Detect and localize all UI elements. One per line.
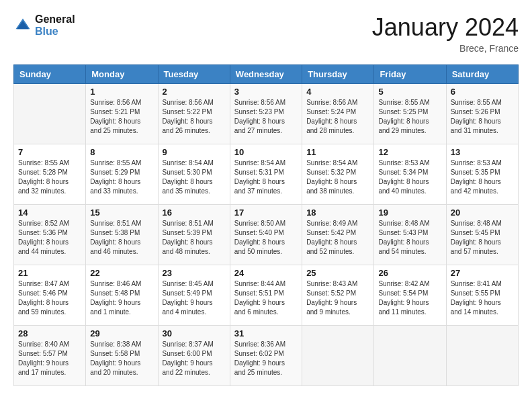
calendar-cell: 1Sunrise: 8:56 AMSunset: 5:21 PMDaylight… — [86, 84, 158, 144]
calendar-week-4: 21Sunrise: 8:47 AMSunset: 5:46 PMDayligh… — [14, 265, 519, 326]
logo-icon — [13, 16, 32, 35]
date-number: 29 — [90, 328, 153, 338]
calendar-cell: 19Sunrise: 8:48 AMSunset: 5:43 PMDayligh… — [374, 205, 446, 265]
location: Brece, France — [372, 43, 519, 54]
cell-info: Sunrise: 8:40 AMSunset: 5:57 PMDaylight:… — [18, 340, 81, 377]
calendar-cell: 11Sunrise: 8:54 AMSunset: 5:32 PMDayligh… — [302, 144, 374, 205]
cell-info: Sunrise: 8:54 AMSunset: 5:32 PMDaylight:… — [306, 158, 369, 196]
cell-info: Sunrise: 8:54 AMSunset: 5:30 PMDaylight:… — [163, 158, 226, 196]
cell-info: Sunrise: 8:55 AMSunset: 5:28 PMDaylight:… — [18, 158, 81, 196]
cell-info: Sunrise: 8:56 AMSunset: 5:24 PMDaylight:… — [306, 98, 369, 136]
date-number: 19 — [378, 208, 441, 218]
date-number: 23 — [163, 268, 226, 278]
logo: General Blue — [13, 13, 75, 38]
weekday-header-thursday: Thursday — [302, 65, 374, 84]
cell-info: Sunrise: 8:41 AMSunset: 5:55 PMDaylight:… — [451, 279, 514, 317]
date-number: 28 — [18, 328, 81, 338]
cell-info: Sunrise: 8:47 AMSunset: 5:46 PMDaylight:… — [18, 279, 81, 317]
calendar-cell: 4Sunrise: 8:56 AMSunset: 5:24 PMDaylight… — [302, 84, 374, 144]
date-number: 5 — [378, 87, 441, 97]
calendar-cell: 28Sunrise: 8:40 AMSunset: 5:57 PMDayligh… — [14, 326, 86, 386]
date-number: 6 — [451, 87, 514, 97]
date-number: 18 — [306, 208, 369, 218]
weekday-header-wednesday: Wednesday — [230, 65, 302, 84]
date-number: 12 — [378, 147, 441, 157]
date-number: 13 — [451, 147, 514, 157]
calendar-cell: 16Sunrise: 8:51 AMSunset: 5:39 PMDayligh… — [158, 205, 230, 265]
calendar-cell: 23Sunrise: 8:45 AMSunset: 5:49 PMDayligh… — [158, 265, 230, 326]
calendar-cell: 21Sunrise: 8:47 AMSunset: 5:46 PMDayligh… — [14, 265, 86, 326]
calendar-table: SundayMondayTuesdayWednesdayThursdayFrid… — [13, 64, 519, 386]
cell-info: Sunrise: 8:50 AMSunset: 5:40 PMDaylight:… — [234, 219, 298, 257]
cell-info: Sunrise: 8:45 AMSunset: 5:49 PMDaylight:… — [163, 279, 226, 317]
calendar-cell: 24Sunrise: 8:44 AMSunset: 5:51 PMDayligh… — [230, 265, 302, 326]
month-title: January 2024 — [372, 13, 519, 42]
date-number: 30 — [163, 328, 226, 338]
date-number: 25 — [306, 268, 369, 278]
calendar-week-1: 1Sunrise: 8:56 AMSunset: 5:21 PMDaylight… — [14, 84, 519, 144]
calendar-cell: 5Sunrise: 8:55 AMSunset: 5:25 PMDaylight… — [374, 84, 446, 144]
cell-info: Sunrise: 8:48 AMSunset: 5:45 PMDaylight:… — [451, 219, 514, 257]
date-number: 10 — [234, 147, 298, 157]
weekday-header-row: SundayMondayTuesdayWednesdayThursdayFrid… — [14, 65, 519, 84]
calendar-cell: 9Sunrise: 8:54 AMSunset: 5:30 PMDaylight… — [158, 144, 230, 205]
calendar-cell: 15Sunrise: 8:51 AMSunset: 5:38 PMDayligh… — [86, 205, 158, 265]
title-area: January 2024 Brece, France — [372, 13, 519, 54]
date-number: 1 — [90, 87, 153, 97]
calendar-cell — [446, 326, 518, 386]
calendar-cell — [374, 326, 446, 386]
calendar-cell: 8Sunrise: 8:55 AMSunset: 5:29 PMDaylight… — [86, 144, 158, 205]
calendar-cell: 6Sunrise: 8:55 AMSunset: 5:26 PMDaylight… — [446, 84, 518, 144]
calendar-cell: 2Sunrise: 8:56 AMSunset: 5:22 PMDaylight… — [158, 84, 230, 144]
cell-info: Sunrise: 8:46 AMSunset: 5:48 PMDaylight:… — [90, 279, 153, 317]
weekday-header-monday: Monday — [86, 65, 158, 84]
weekday-header-sunday: Sunday — [14, 65, 86, 84]
cell-info: Sunrise: 8:53 AMSunset: 5:34 PMDaylight:… — [378, 158, 441, 196]
cell-info: Sunrise: 8:56 AMSunset: 5:23 PMDaylight:… — [234, 98, 298, 136]
cell-info: Sunrise: 8:56 AMSunset: 5:21 PMDaylight:… — [90, 98, 153, 136]
cell-info: Sunrise: 8:53 AMSunset: 5:35 PMDaylight:… — [451, 158, 514, 196]
date-number: 11 — [306, 147, 369, 157]
cell-info: Sunrise: 8:42 AMSunset: 5:54 PMDaylight:… — [378, 279, 441, 317]
calendar-body: 1Sunrise: 8:56 AMSunset: 5:21 PMDaylight… — [14, 84, 519, 386]
calendar-cell: 22Sunrise: 8:46 AMSunset: 5:48 PMDayligh… — [86, 265, 158, 326]
date-number: 14 — [18, 208, 81, 218]
calendar-cell: 20Sunrise: 8:48 AMSunset: 5:45 PMDayligh… — [446, 205, 518, 265]
calendar-cell: 26Sunrise: 8:42 AMSunset: 5:54 PMDayligh… — [374, 265, 446, 326]
calendar-cell: 29Sunrise: 8:38 AMSunset: 5:58 PMDayligh… — [86, 326, 158, 386]
date-number: 17 — [234, 208, 298, 218]
cell-info: Sunrise: 8:54 AMSunset: 5:31 PMDaylight:… — [234, 158, 298, 196]
calendar-week-5: 28Sunrise: 8:40 AMSunset: 5:57 PMDayligh… — [14, 326, 519, 386]
page-header: General Blue January 2024 Brece, France — [13, 13, 519, 54]
date-number: 16 — [163, 208, 226, 218]
cell-info: Sunrise: 8:36 AMSunset: 6:02 PMDaylight:… — [234, 340, 298, 377]
date-number: 15 — [90, 208, 153, 218]
calendar-week-2: 7Sunrise: 8:55 AMSunset: 5:28 PMDaylight… — [14, 144, 519, 205]
cell-info: Sunrise: 8:48 AMSunset: 5:43 PMDaylight:… — [378, 219, 441, 257]
cell-info: Sunrise: 8:52 AMSunset: 5:36 PMDaylight:… — [18, 219, 81, 257]
cell-info: Sunrise: 8:44 AMSunset: 5:51 PMDaylight:… — [234, 279, 298, 317]
cell-info: Sunrise: 8:56 AMSunset: 5:22 PMDaylight:… — [163, 98, 226, 136]
calendar-cell: 3Sunrise: 8:56 AMSunset: 5:23 PMDaylight… — [230, 84, 302, 144]
cell-info: Sunrise: 8:49 AMSunset: 5:42 PMDaylight:… — [306, 219, 369, 257]
date-number: 4 — [306, 87, 369, 97]
logo-text: General Blue — [35, 13, 75, 38]
cell-info: Sunrise: 8:55 AMSunset: 5:25 PMDaylight:… — [378, 98, 441, 136]
date-number: 8 — [90, 147, 153, 157]
date-number: 2 — [163, 87, 226, 97]
date-number: 24 — [234, 268, 298, 278]
cell-info: Sunrise: 8:55 AMSunset: 5:26 PMDaylight:… — [451, 98, 514, 136]
date-number: 7 — [18, 147, 81, 157]
calendar-cell: 25Sunrise: 8:43 AMSunset: 5:52 PMDayligh… — [302, 265, 374, 326]
date-number: 31 — [234, 328, 298, 338]
calendar-week-3: 14Sunrise: 8:52 AMSunset: 5:36 PMDayligh… — [14, 205, 519, 265]
weekday-header-friday: Friday — [374, 65, 446, 84]
date-number: 27 — [451, 268, 514, 278]
cell-info: Sunrise: 8:38 AMSunset: 5:58 PMDaylight:… — [90, 340, 153, 377]
calendar-cell: 30Sunrise: 8:37 AMSunset: 6:00 PMDayligh… — [158, 326, 230, 386]
calendar-cell: 31Sunrise: 8:36 AMSunset: 6:02 PMDayligh… — [230, 326, 302, 386]
calendar-cell: 18Sunrise: 8:49 AMSunset: 5:42 PMDayligh… — [302, 205, 374, 265]
calendar-cell: 14Sunrise: 8:52 AMSunset: 5:36 PMDayligh… — [14, 205, 86, 265]
cell-info: Sunrise: 8:55 AMSunset: 5:29 PMDaylight:… — [90, 158, 153, 196]
calendar-cell: 12Sunrise: 8:53 AMSunset: 5:34 PMDayligh… — [374, 144, 446, 205]
